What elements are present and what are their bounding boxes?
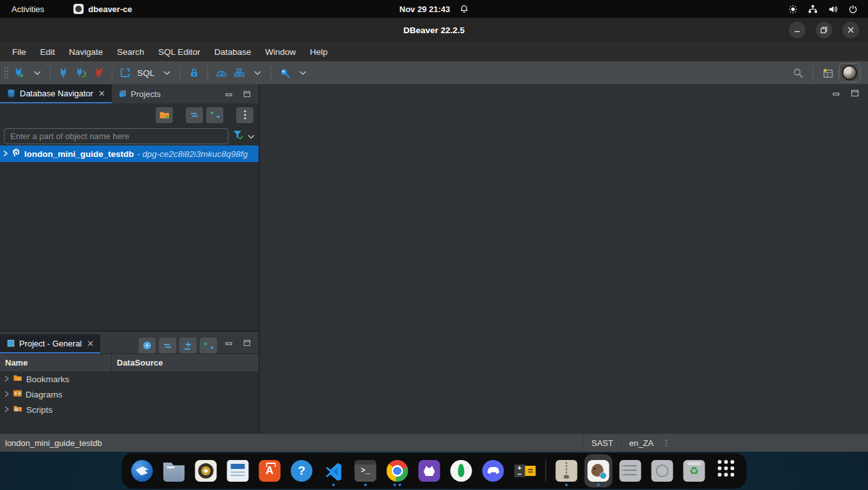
- status-locale[interactable]: en_ZA: [621, 434, 661, 452]
- dock-log-viewer[interactable]: [617, 454, 645, 487]
- expand-all-button[interactable]: [179, 338, 197, 353]
- system-tray[interactable]: [788, 4, 868, 14]
- dock-github-desktop[interactable]: [415, 454, 444, 487]
- panel-maximize-icon[interactable]: [243, 91, 251, 98]
- perspective-avatar-frame[interactable]: [839, 63, 860, 82]
- status-kebab-icon[interactable]: ⋮: [661, 438, 670, 447]
- volume-icon: [828, 4, 838, 14]
- reconnect-button[interactable]: [73, 64, 89, 81]
- dock-trash[interactable]: ♻: [680, 454, 708, 487]
- tab-database-navigator[interactable]: Database Navigator ✕: [0, 84, 112, 103]
- activities-button[interactable]: Activities: [0, 0, 56, 18]
- menu-help[interactable]: Help: [303, 42, 334, 61]
- dock-thunderbird[interactable]: [128, 454, 156, 487]
- tab-projects[interactable]: Projects: [112, 84, 167, 103]
- status-timezone[interactable]: SAST: [583, 434, 621, 452]
- tab-label: Database Navigator: [20, 89, 93, 98]
- clock-menu[interactable]: Nov 29 21:43: [400, 4, 469, 14]
- dock-ubuntu-software[interactable]: A: [256, 454, 284, 487]
- menu-search[interactable]: Search: [110, 42, 151, 61]
- expander-chevron-icon[interactable]: [4, 405, 10, 415]
- collapse-all-button[interactable]: [159, 338, 176, 353]
- database-tree: london_mini_guide_testdb - dpg-ce2c8i82i…: [0, 145, 258, 330]
- quick-search-icon[interactable]: [789, 64, 806, 81]
- open-perspective-icon[interactable]: [819, 64, 836, 81]
- menu-navigate[interactable]: Navigate: [62, 42, 110, 61]
- filter-dropdown-chevron[interactable]: [248, 130, 255, 142]
- menu-file[interactable]: File: [5, 42, 33, 61]
- filter-funnel-icon[interactable]: [232, 130, 244, 142]
- search-metadata-icon[interactable]: [276, 64, 293, 81]
- sql-editor-label[interactable]: SQL: [135, 68, 157, 78]
- expander-chevron-icon[interactable]: [4, 390, 10, 399]
- project-row-label: Bookmarks: [26, 375, 70, 384]
- collapse-all-button[interactable]: [186, 107, 203, 123]
- navigator-panel-toolbar: [0, 103, 258, 126]
- editor-maximize-icon[interactable]: [851, 89, 859, 97]
- dock-app-grid[interactable]: [712, 454, 740, 487]
- column-header-name[interactable]: Name: [0, 354, 112, 371]
- driver-manager-boxes-icon[interactable]: [231, 64, 248, 81]
- editor-area[interactable]: [260, 84, 868, 434]
- tab-project-general[interactable]: Project - General ✕: [0, 334, 100, 353]
- menu-edit[interactable]: Edit: [33, 42, 62, 61]
- dock-chrome[interactable]: [384, 454, 412, 487]
- dashboard-gauge-icon[interactable]: [213, 64, 230, 81]
- dock-libreoffice-writer[interactable]: [224, 454, 252, 487]
- project-row-bookmarks[interactable]: Bookmarks: [0, 371, 258, 387]
- menu-database[interactable]: Database: [207, 42, 258, 61]
- toolbar-grip: [4, 66, 8, 79]
- menu-bar: File Edit Navigate Search SQL Editor Dat…: [0, 42, 868, 61]
- tools-dropdown[interactable]: [249, 64, 266, 81]
- project-row-diagrams[interactable]: Diagrams: [0, 387, 258, 402]
- dock: A ? >_ +−= ♻: [122, 453, 747, 489]
- connect-button[interactable]: [55, 64, 71, 81]
- dock-dbeaver[interactable]: [585, 454, 613, 487]
- tab-close-icon[interactable]: ✕: [98, 89, 105, 98]
- focused-app-menu[interactable]: dbeaver-ce: [73, 4, 132, 14]
- link-with-editor-button[interactable]: [206, 107, 223, 123]
- dock-discord[interactable]: [479, 454, 507, 487]
- sql-editor-dropdown[interactable]: [158, 64, 175, 81]
- link-with-editor-button[interactable]: [200, 338, 217, 353]
- disconnect-button[interactable]: [91, 64, 107, 81]
- new-folder-button[interactable]: [156, 107, 173, 123]
- new-connection-button[interactable]: [11, 64, 27, 81]
- column-header-datasource[interactable]: DataSource: [112, 358, 163, 368]
- panel-maximize-icon[interactable]: [243, 339, 251, 346]
- tree-row-database[interactable]: london_mini_guide_testdb - dpg-ce2c8i82i…: [0, 145, 258, 162]
- dock-files[interactable]: [160, 454, 188, 487]
- new-connection-dropdown[interactable]: [29, 64, 45, 81]
- project-row-scripts[interactable]: Scripts: [0, 402, 258, 417]
- dock-help[interactable]: ?: [288, 454, 316, 487]
- dock-calculator[interactable]: +−=: [511, 454, 539, 487]
- dock-vscode[interactable]: [320, 454, 348, 487]
- editor-minimize-icon[interactable]: [832, 89, 841, 97]
- expander-chevron-icon[interactable]: [3, 149, 8, 159]
- minimize-button[interactable]: [789, 22, 805, 38]
- view-menu-kebab-button[interactable]: [236, 107, 253, 123]
- status-connection-name[interactable]: london_mini_guide_testdb: [0, 438, 102, 448]
- navigator-filter-row: [0, 126, 258, 145]
- expander-chevron-icon[interactable]: [4, 375, 10, 384]
- panel-minimize-icon[interactable]: [225, 91, 233, 97]
- menu-sql-editor[interactable]: SQL Editor: [151, 42, 207, 61]
- menu-window[interactable]: Window: [258, 42, 303, 61]
- dock-terminal[interactable]: >_: [352, 454, 380, 487]
- chrome-icon: [387, 460, 408, 482]
- tab-close-icon[interactable]: ✕: [87, 339, 94, 348]
- sql-editor-icon[interactable]: [117, 64, 133, 81]
- search-dropdown[interactable]: [294, 64, 311, 81]
- lock-icon[interactable]: [186, 64, 202, 81]
- dock-archive-manager[interactable]: [553, 454, 581, 487]
- object-filter-input[interactable]: [4, 128, 228, 144]
- window-titlebar[interactable]: DBeaver 22.2.5: [0, 18, 868, 42]
- restore-button[interactable]: [816, 22, 832, 38]
- settings-gear-button[interactable]: [138, 338, 156, 353]
- close-button[interactable]: [842, 22, 859, 38]
- dock-rhythmbox[interactable]: [192, 454, 220, 487]
- dock-disc-burner[interactable]: [648, 454, 677, 487]
- dock-mongodb-compass[interactable]: [447, 454, 475, 487]
- panel-minimize-icon[interactable]: [225, 339, 233, 346]
- dock-separator: [546, 460, 546, 482]
